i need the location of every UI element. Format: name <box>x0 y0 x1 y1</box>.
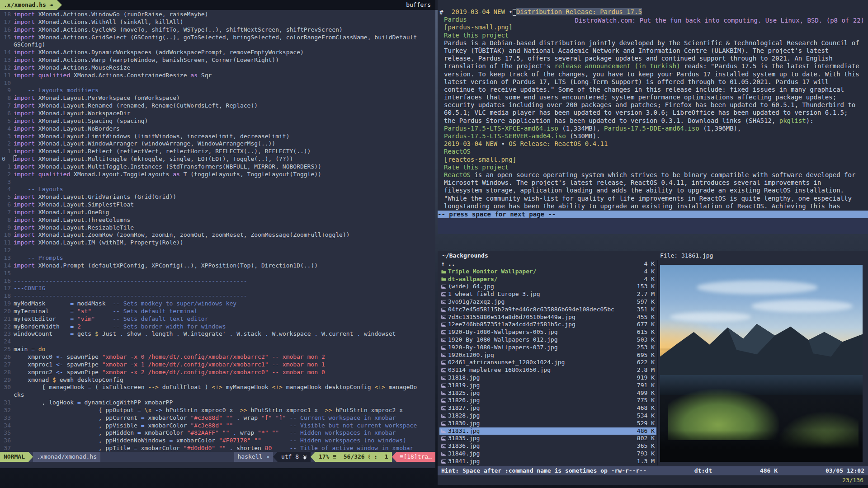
code-line[interactable]: 31 , logHook = dynamicLogWithPP xmobarPP <box>0 399 435 407</box>
vim-window[interactable]: .x/xmonad.hs ↠ buffers 18import XMonad.A… <box>0 0 435 468</box>
code-line[interactable]: 28 xmproc2 <- spawnPipe "xmobar -x 2 /ho… <box>0 369 435 376</box>
file-row[interactable]: 03114_mapletree_1680x1050.jpg2.8 M <box>439 366 656 374</box>
vifm-window[interactable]: ~/Backgrounds File: 31861.jpg ↑..4 KTrip… <box>438 251 868 485</box>
file-row[interactable]: 31830.jpg529 K <box>439 420 656 427</box>
code-line[interactable]: 2import qualified XMonad.Layout.ToggleLa… <box>0 171 435 178</box>
file-row[interactable]: 31826.jpg775 K <box>439 397 656 404</box>
link[interactable]: Pardus-17.5-DDE-amd64.iso <box>604 125 699 132</box>
file-row[interactable]: 31818.jpg919 K <box>439 374 656 382</box>
code-line[interactable]: 12 <box>0 247 435 254</box>
file-row[interactable]: 1920-By-1080-Wallpapers-005.jpg615 K <box>439 328 656 336</box>
code-line[interactable]: 13 -- Prompts <box>0 254 435 262</box>
code-line[interactable]: 17---CONFIG <box>0 285 435 292</box>
code-line[interactable]: 2import XMonad.Layout.WindowArranger (wi… <box>0 140 435 148</box>
file-row[interactable]: 1920-By-1080-Wallpapers-012.jpg503 K <box>439 336 656 344</box>
code-line[interactable]: 4import XMonad.Layout.NoBorders <box>0 125 435 133</box>
code-line[interactable]: 10import XMonad.Layout.ZoomRow (zoomRow,… <box>0 231 435 239</box>
file-row[interactable]: 12ee746bb85735f1a7a4cd4d7f581b5c.jpg677 … <box>439 321 656 328</box>
link[interactable]: Rate this project <box>444 32 509 39</box>
code-line[interactable]: 35 , ppHidden = xmobarColor "#82AAFF" ""… <box>0 429 435 437</box>
file-row[interactable]: 31827.jpg468 K <box>439 404 656 412</box>
code-line[interactable]: 15import XMonad.Actions.GridSelect (GSCo… <box>0 34 435 42</box>
file-row[interactable]: 31831.jpg486 K <box>439 427 656 435</box>
file-row[interactable]: 1920x1200.jpg695 K <box>439 352 656 359</box>
file-row[interactable]: 7d3c13155880e514a8d6d70510be449a.jpg455 … <box>439 314 656 321</box>
code-line[interactable]: 29 xmonad $ ewmh desktopConfig <box>0 376 435 384</box>
code-line[interactable]: 12import XMonad.Actions.MouseResize <box>0 64 435 72</box>
code-line[interactable]: 14import XMonad.Actions.DynamicWorkspace… <box>0 49 435 56</box>
code-line[interactable]: 6import XMonad.Layout.WorkspaceDir <box>0 110 435 117</box>
code-line[interactable]: cks <box>0 391 435 399</box>
file-row[interactable]: 31840.jpg793 K <box>439 450 656 458</box>
code-line[interactable]: 17import XMonad.Actions.WithAll (sinkAll… <box>0 19 435 26</box>
file-row[interactable]: 31835.jpg802 K <box>439 435 656 442</box>
code-line[interactable]: 9import XMonad.Layout.ResizableTile <box>0 224 435 232</box>
code-line[interactable]: 25main = do <box>0 346 435 353</box>
code-line[interactable]: 22myBorderWidth = 2 -- Sets border width… <box>0 323 435 331</box>
file-list[interactable]: ↑..4 KTriple Monitor Wallpaper/4 Kdt-wal… <box>439 260 656 465</box>
code-line[interactable]: 8import XMonad.Layout.PerWorkspace (onWo… <box>0 94 435 102</box>
file-row[interactable]: 31828.jpg534 K <box>439 412 656 420</box>
code-line[interactable]: GSConfig) <box>0 41 435 49</box>
code-line[interactable]: 16--------------------------------------… <box>0 277 435 285</box>
file-row[interactable]: 31825.jpg499 K <box>439 389 656 397</box>
code-line[interactable]: 23windowCount = gets $ Just . show . len… <box>0 330 435 338</box>
code-line[interactable]: 5import XMonad.Layout.GridVariants (Grid… <box>0 193 435 201</box>
lynx-browser-window[interactable]: # DistroWatch.com: Put the fun back into… <box>438 0 868 234</box>
file-row[interactable]: 02461_africansunset_1280x1024.jpg622 K <box>439 359 656 366</box>
file-row[interactable]: 31819.jpg791 K <box>439 382 656 389</box>
code-line[interactable]: 8import XMonad.Layout.ThreeColumns <box>0 216 435 224</box>
code-line[interactable]: 10 <box>0 80 435 87</box>
file-row[interactable]: 1920-By-1080-Wallpapers-037.jpg253 K <box>439 344 656 352</box>
file-row[interactable]: 31841.jpg1.3 M <box>439 458 656 465</box>
file-row[interactable]: 3vo91g7azxqz.jpg597 K <box>439 298 656 306</box>
code-line[interactable]: 4 -- Layouts <box>0 186 435 193</box>
code-line[interactable]: 14import XMonad.Prompt (defaultXPConfig,… <box>0 262 435 270</box>
code-line[interactable]: 27 xmproc1 <- spawnPipe "xmobar -x 1 /ho… <box>0 361 435 369</box>
link[interactable]: Pardus-17.5-LTS-SERVER-amd64.iso <box>444 132 566 140</box>
code-line[interactable]: 5import XMonad.Layout.Spacing (spacing) <box>0 117 435 125</box>
link[interactable]: pkglist <box>779 117 806 124</box>
code-line[interactable]: 1import XMonad.Layout.Reflect (reflectVe… <box>0 148 435 155</box>
code-line[interactable]: 34 , ppVisible = xmobarColor "#c3e88d" "… <box>0 422 435 430</box>
link[interactable]: release announcement (in Turkish) <box>554 62 680 70</box>
code-line[interactable]: 7import XMonad.Layout.OneBig <box>0 209 435 216</box>
code-line[interactable]: 7import XMonad.Layout.Renamed (renamed, … <box>0 102 435 110</box>
selected-link[interactable]: Distribution Release: Pardus 17.5 <box>516 8 642 15</box>
link[interactable]: Pardus-17.5-LTS-XFCE-amd64.iso <box>444 125 558 132</box>
code-line[interactable]: 36 , ppHiddenNoWindows = xmobarColor "#F… <box>0 437 435 445</box>
code-line[interactable]: 21myTextEditor = "vim" -- Sets default t… <box>0 315 435 323</box>
code-line[interactable]: 3 <box>0 178 435 186</box>
code-line[interactable]: 18import XMonad.Actions.WindowGo (runOrR… <box>0 11 435 19</box>
code-line[interactable]: 3import XMonad.Layout.LimitWindows (limi… <box>0 133 435 141</box>
dir-row[interactable]: Triple Monitor Wallpaper/4 K <box>439 268 656 276</box>
code-line[interactable]: 11import qualified XMonad.Actions.Constr… <box>0 72 435 80</box>
file-row[interactable]: 31836.jpg365 K <box>439 442 656 450</box>
link[interactable]: ReactOS <box>444 171 471 178</box>
file-row[interactable]: (wide) 64.jpg153 K <box>439 283 656 291</box>
code-line[interactable]: 20myTerminal = "st" -- Sets default term… <box>0 308 435 315</box>
lynx-page-body[interactable]: 2019-03-04 NEW •Distribution Release: Pa… <box>438 8 868 210</box>
code-line[interactable]: 11import XMonad.Layout.IM (withIM, Prope… <box>0 239 435 247</box>
code-line[interactable]: 19myModMask = mod4Mask -- Sets modkey to… <box>0 300 435 308</box>
code-line[interactable]: 24 <box>0 338 435 346</box>
code-line[interactable]: 6import XMonad.Layout.SimplestFloat <box>0 201 435 209</box>
code-line[interactable]: 15 <box>0 270 435 277</box>
parent-dir-row[interactable]: ↑..4 K <box>439 260 656 268</box>
code-line[interactable]: 26 xmproc0 <- spawnPipe "xmobar -x 0 /ho… <box>0 353 435 361</box>
link[interactable]: ReactOS <box>444 148 471 155</box>
link[interactable]: Rate this project <box>444 164 509 171</box>
code-line[interactable]: 33 , ppCurrent = xmobarColor "#c3e88d" "… <box>0 414 435 422</box>
file-row[interactable]: 1 wheat field Europe 3.jpg2.7 M <box>439 291 656 298</box>
code-line[interactable]: 0import XMonad.Layout.MultiToggle (mkTog… <box>0 155 435 163</box>
vim-buffer[interactable]: 18import XMonad.Actions.WindowGo (runOrR… <box>0 10 435 452</box>
code-line[interactable]: 18--------------------------------------… <box>0 292 435 300</box>
code-line[interactable]: 16import XMonad.Actions.CycleWS (moveTo,… <box>0 26 435 34</box>
code-line[interactable]: 13import XMonad.Actions.Warp (warpToWind… <box>0 56 435 64</box>
code-line[interactable]: 30 { manageHook = ( isFullscreen --> doF… <box>0 384 435 391</box>
file-row[interactable]: 04fc7e45d58115b2a9fe446c8c635886b694e108… <box>439 306 656 314</box>
vim-tab-xmonad-hs[interactable]: .x/xmonad.hs ↠ <box>0 0 57 10</box>
code-line[interactable]: 1import XMonad.Layout.MultiToggle.Instan… <box>0 163 435 171</box>
dir-row[interactable]: dt-wallpapers/4 K <box>439 276 656 283</box>
code-line[interactable]: 9 -- Layouts modifiers <box>0 87 435 94</box>
